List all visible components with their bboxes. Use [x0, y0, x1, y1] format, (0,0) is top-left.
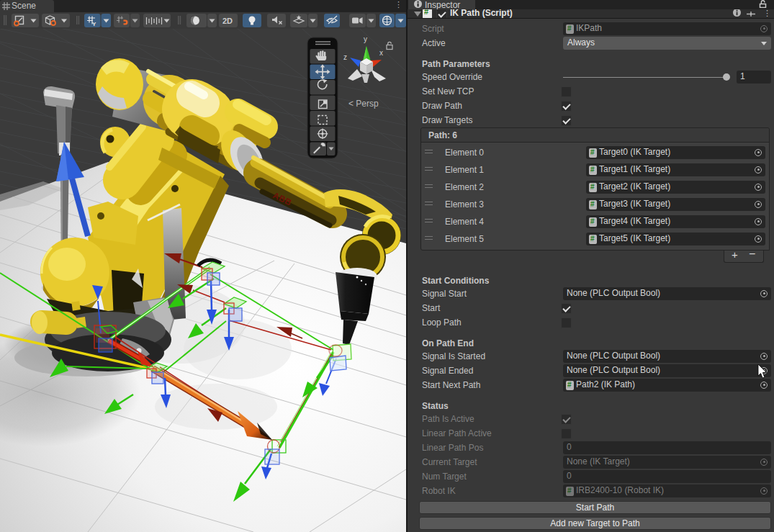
svg-text:2D: 2D	[222, 17, 233, 25]
svg-text:< Persp: < Persp	[348, 99, 379, 109]
svg-text:z: z	[343, 53, 347, 61]
svg-text:y: y	[364, 35, 367, 43]
svg-text:Y: Y	[92, 21, 96, 27]
svg-text:x: x	[379, 49, 383, 57]
